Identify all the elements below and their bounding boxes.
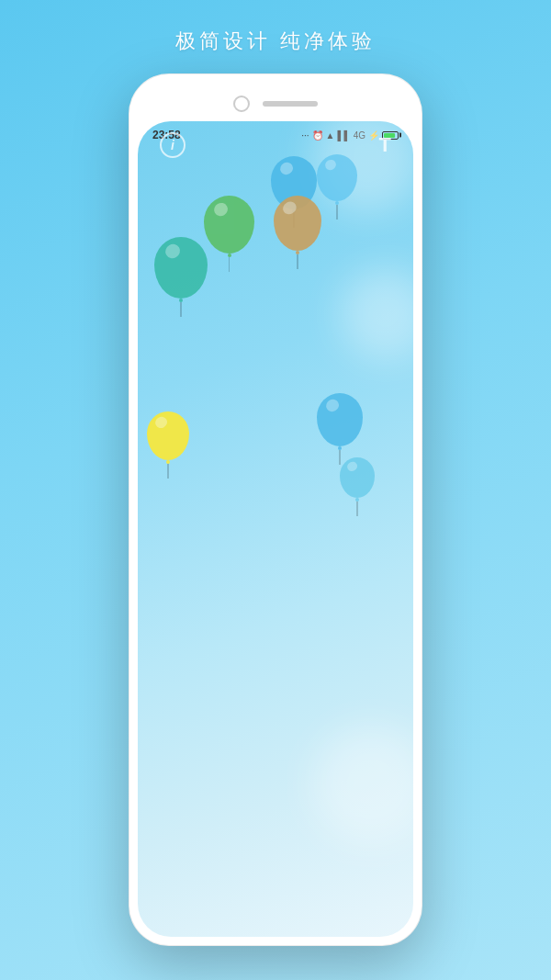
front-camera	[233, 96, 250, 112]
phone-shell: 23:58 ··· ⏰ ▲ ▌▌ 4G ⚡ 相机 推荐	[129, 73, 422, 946]
balloon-4	[154, 237, 208, 317]
balloon-1	[317, 154, 357, 220]
glow-bottom-right	[312, 726, 413, 845]
phone-top-controls	[138, 83, 413, 121]
tagline: 极简设计 纯净体验	[175, 28, 376, 55]
phone-screen: 23:58 ··· ⏰ ▲ ▌▌ 4G ⚡ 相机 推荐	[138, 121, 413, 937]
glow-mid-right	[340, 268, 413, 360]
bottom-bar: i T	[138, 132, 413, 158]
info-icon-label: i	[171, 138, 174, 152]
balloon-2	[204, 196, 254, 272]
app-content: 相机 推荐 相册 i T	[138, 145, 413, 173]
balloon-3	[274, 196, 321, 269]
speaker-grille	[263, 101, 318, 107]
info-button[interactable]: i	[160, 132, 186, 158]
balloon-6	[317, 393, 363, 465]
balloon-7	[340, 457, 375, 516]
balloon-5	[147, 411, 189, 479]
text-button[interactable]: T	[379, 133, 391, 157]
